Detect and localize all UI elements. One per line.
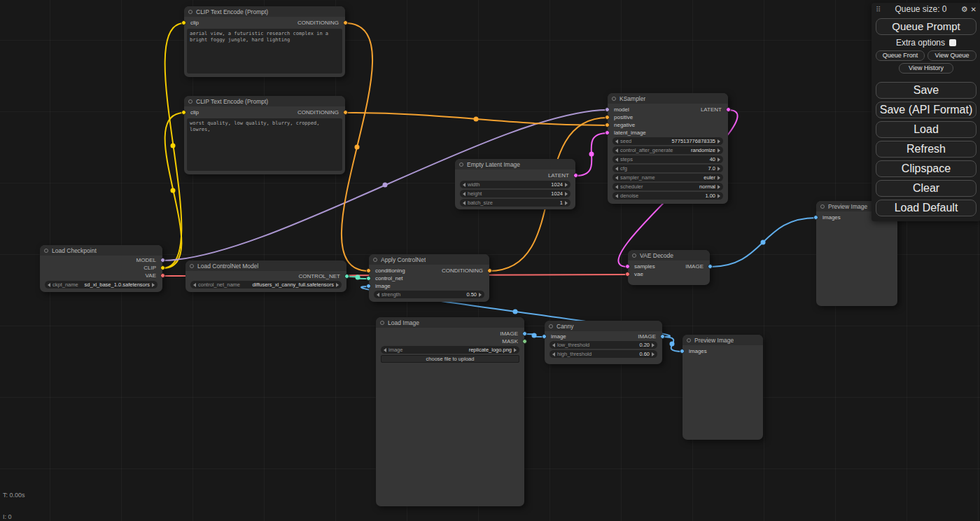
increment-arrow[interactable] — [718, 139, 720, 144]
output-port-control-net[interactable] — [344, 274, 349, 279]
collapse-dot[interactable] — [44, 249, 48, 253]
widget-sampler-name[interactable]: sampler_name euler — [612, 174, 723, 181]
node-empty-latent-image[interactable]: Empty Latent Image LATENT width 1024 hei… — [455, 159, 575, 209]
collapse-dot[interactable] — [820, 204, 825, 209]
node-header[interactable]: KSampler — [608, 93, 728, 104]
prev-option-arrow[interactable] — [48, 283, 50, 287]
collapse-dot[interactable] — [459, 162, 463, 167]
next-option-arrow[interactable] — [718, 148, 720, 153]
prev-option-arrow[interactable] — [615, 148, 618, 153]
input-port-images[interactable] — [813, 215, 818, 220]
widget-denoise[interactable]: denoise 1.00 — [612, 192, 723, 200]
collapse-dot[interactable] — [190, 264, 194, 268]
input-port-clip[interactable] — [181, 110, 186, 115]
output-port-image[interactable] — [660, 334, 665, 339]
decrement-arrow[interactable] — [615, 158, 618, 162]
next-option-arrow[interactable] — [152, 283, 155, 287]
close-icon[interactable]: ✕ — [971, 6, 976, 13]
widget-steps[interactable]: steps 40 — [612, 155, 723, 163]
decrement-arrow[interactable] — [377, 293, 379, 297]
widget-height[interactable]: height 1024 — [460, 190, 570, 197]
output-port-model[interactable] — [160, 258, 165, 263]
collapse-dot[interactable] — [632, 253, 636, 258]
node-header[interactable]: CLIP Text Encode (Prompt) — [184, 96, 345, 106]
output-port-conditioning[interactable] — [343, 110, 348, 115]
refresh-button[interactable]: Refresh — [876, 141, 976, 158]
input-port-image[interactable] — [366, 284, 371, 289]
widget-strength[interactable]: strength 0.50 — [374, 291, 484, 298]
collapse-dot[interactable] — [188, 99, 192, 104]
node-header[interactable]: CLIP Text Encode (Prompt) — [184, 6, 345, 17]
output-port-vae[interactable] — [160, 273, 165, 278]
output-port-conditioning[interactable] — [487, 268, 492, 273]
load-default-button[interactable]: Load Default — [876, 200, 976, 216]
output-port-mask[interactable] — [522, 339, 527, 344]
clear-button[interactable]: Clear — [876, 180, 976, 197]
collapse-dot[interactable] — [612, 97, 616, 101]
prompt-textarea[interactable]: aerial view, a futuristic research compl… — [187, 29, 342, 74]
node-clip-text-encode-positive[interactable]: CLIP Text Encode (Prompt) clip CONDITION… — [184, 6, 345, 77]
input-port-conditioning[interactable] — [366, 268, 371, 273]
extra-options-checkbox[interactable] — [949, 39, 956, 46]
decrement-arrow[interactable] — [552, 343, 555, 347]
node-graph-canvas[interactable]: CLIP Text Encode (Prompt) clip CONDITION… — [0, 0, 980, 521]
input-port-control-net[interactable] — [366, 276, 371, 281]
node-clip-text-encode-negative[interactable]: CLIP Text Encode (Prompt) clip CONDITION… — [184, 96, 345, 174]
decrement-arrow[interactable] — [463, 192, 465, 196]
widget-image[interactable]: image replicate_logo.png — [381, 346, 519, 354]
node-vae-decode[interactable]: VAE Decode samples vae IMAGE — [628, 250, 710, 285]
input-port-image[interactable] — [542, 334, 547, 339]
save-button[interactable]: Save — [876, 82, 976, 99]
output-port-latent[interactable] — [726, 107, 731, 112]
settings-gear-icon[interactable]: ⚙ — [961, 5, 968, 14]
next-option-arrow[interactable] — [718, 176, 720, 180]
increment-arrow[interactable] — [565, 183, 568, 187]
prev-option-arrow[interactable] — [615, 185, 618, 189]
widget-control-net-name[interactable]: control_net_name diffusers_xl_canny_full… — [190, 281, 342, 289]
input-port-vae[interactable] — [625, 272, 630, 277]
node-load-image[interactable]: Load Image IMAGE MASK image replicate_lo… — [376, 317, 524, 506]
node-apply-controlnet[interactable]: Apply ControlNet conditioning control_ne… — [369, 254, 489, 302]
output-port-image[interactable] — [522, 331, 527, 336]
input-port-negative[interactable] — [605, 123, 610, 127]
output-port-latent[interactable] — [573, 173, 578, 178]
node-header[interactable]: Preview Image — [682, 335, 763, 345]
node-header[interactable]: Load Checkpoint — [40, 245, 162, 256]
collapse-dot[interactable] — [549, 324, 553, 328]
input-port-latent-image[interactable] — [605, 130, 610, 135]
increment-arrow[interactable] — [565, 192, 568, 196]
next-option-arrow[interactable] — [718, 185, 720, 189]
queue-prompt-button[interactable]: Queue Prompt — [876, 18, 976, 35]
node-header[interactable]: Empty Latent Image — [455, 159, 575, 169]
node-header[interactable]: Apply ControlNet — [369, 254, 489, 265]
widget-scheduler[interactable]: scheduler normal — [612, 183, 723, 190]
input-port-samples[interactable] — [625, 264, 630, 269]
widget-width[interactable]: width 1024 — [460, 181, 570, 188]
node-canny[interactable]: Canny image IMAGE low_threshold 0.20 hig… — [545, 321, 662, 364]
collapse-dot[interactable] — [380, 321, 384, 325]
clipspace-button[interactable]: Clipspace — [876, 160, 976, 177]
widget-ckpt-name[interactable]: ckpt_name sd_xl_base_1.0.safetensors — [45, 281, 158, 289]
output-port-conditioning[interactable] — [343, 20, 348, 25]
load-button[interactable]: Load — [876, 121, 976, 138]
decrement-arrow[interactable] — [615, 167, 618, 171]
node-header[interactable]: Load ControlNet Model — [186, 260, 346, 271]
save-api-format-button[interactable]: Save (API Format) — [876, 102, 976, 118]
view-history-button[interactable]: View History — [899, 63, 953, 74]
widget-control-after-generate[interactable]: control_after_generate randomize — [612, 146, 723, 154]
node-load-controlnet-model[interactable]: Load ControlNet Model CONTROL_NET contro… — [186, 260, 346, 292]
decrement-arrow[interactable] — [463, 183, 465, 187]
collapse-dot[interactable] — [373, 258, 377, 262]
input-port-positive[interactable] — [605, 115, 610, 120]
prev-option-arrow[interactable] — [193, 283, 196, 287]
increment-arrow[interactable] — [718, 167, 720, 171]
widget-batch-size[interactable]: batch_size 1 — [460, 199, 570, 207]
drag-handle-icon[interactable]: ⠿ — [876, 6, 881, 13]
next-option-arrow[interactable] — [514, 348, 517, 352]
widget-high-threshold[interactable]: high_threshold 0.60 — [550, 350, 657, 358]
widget-low-threshold[interactable]: low_threshold 0.20 — [550, 341, 657, 349]
next-option-arrow[interactable] — [336, 283, 339, 287]
queue-front-button[interactable]: Queue Front — [876, 50, 925, 61]
decrement-arrow[interactable] — [463, 201, 465, 205]
output-port-image[interactable] — [708, 264, 713, 269]
